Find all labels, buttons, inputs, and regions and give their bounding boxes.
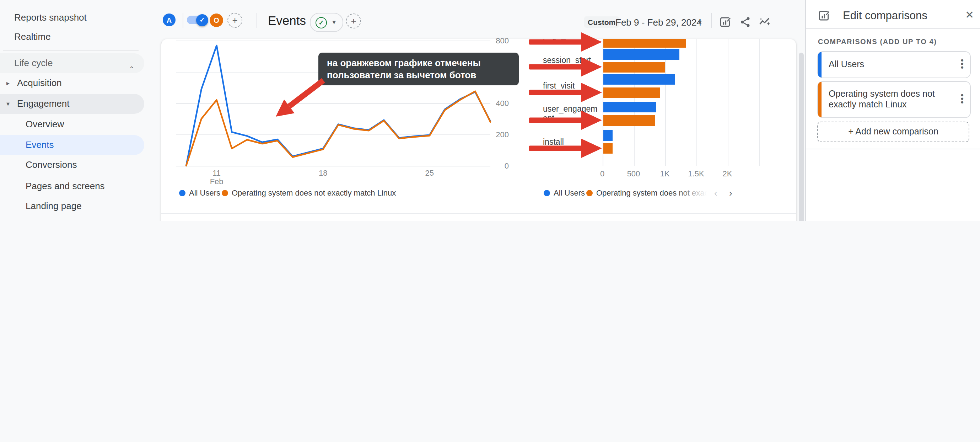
search-input[interactable]: [202, 220, 382, 221]
divider: [806, 148, 980, 149]
legend-fade: [676, 188, 712, 198]
x-axis-tick: 500: [619, 169, 648, 178]
comparison-color-stripe: [818, 82, 821, 117]
sidebar-item-label: Monetization: [17, 217, 69, 221]
panel-title: Edit comparisons: [843, 9, 928, 22]
insights-icon[interactable]: [758, 16, 771, 29]
add-chip-icon[interactable]: +: [228, 13, 242, 28]
bar-category-labels: page_viewsession_startfirst_visituser_en…: [526, 39, 600, 166]
expand-arrow-icon: ▾: [6, 94, 10, 114]
comparison-card-label: All Users: [829, 59, 946, 70]
sidebar-item-label: Acquisition: [17, 73, 62, 93]
x-axis-tick: 2K: [713, 169, 741, 178]
legend-item: All Users: [179, 188, 220, 198]
kebab-menu-icon[interactable]: •••: [961, 94, 964, 105]
edit-comparisons-panel: Edit comparisons ✕ COMPARISONS (ADD UP T…: [805, 0, 980, 221]
bar-install-all-users: [603, 130, 612, 141]
sidebar-item-label: Overview: [25, 115, 64, 134]
kebab-menu-icon[interactable]: •••: [961, 59, 964, 70]
sidebar-item-label: Engagement: [17, 94, 69, 114]
search-icon: [181, 220, 191, 221]
legend-label: All Users: [189, 188, 220, 198]
edit-chart-icon[interactable]: [719, 16, 732, 29]
sidebar-item-landing-page[interactable]: Landing page: [0, 196, 144, 216]
share-icon[interactable]: [739, 16, 752, 29]
legend-item: Operating system does not exactly match …: [222, 188, 396, 198]
x-axis-tick: 1K: [651, 169, 679, 178]
legend-dot: [544, 190, 550, 196]
sidebar-item-label: Pages and screens: [25, 176, 105, 196]
sidebar-item-label: Conversions: [25, 155, 77, 175]
legend-dot: [222, 190, 228, 196]
bar-page_view-comparison: [603, 39, 686, 48]
report-status-dropdown[interactable]: ✓ ▼: [310, 13, 343, 32]
bar-session_start-all-users: [603, 49, 679, 60]
annotation-line1: на оранжевом графике отмечены: [327, 57, 510, 69]
legend-item: All Users: [544, 188, 585, 198]
date-range-selector[interactable]: Feb 9 - Feb 29, 2024: [616, 17, 702, 28]
sidebar-item-overview[interactable]: Overview: [0, 115, 144, 134]
legend-prev-icon[interactable]: ‹: [714, 188, 718, 198]
sidebar-item-label: Realtime: [14, 27, 51, 47]
sidebar-item-conversions[interactable]: Conversions: [0, 155, 144, 175]
bar-first_visit-comparison: [603, 87, 660, 98]
divider: [806, 29, 980, 29]
category-label-page_view: page_view: [543, 39, 600, 40]
ga4-events-report: Reports snapshotRealtimeLife cycle⌃▸Acqu…: [0, 0, 980, 221]
sidebar-item-label: Life cycle: [14, 53, 52, 73]
check-circle-icon: ✓: [315, 17, 327, 29]
comparison-card-label: Operating system does not exactly match …: [829, 89, 946, 110]
divider: [256, 13, 257, 28]
sidebar-item-events[interactable]: Events: [0, 135, 144, 155]
divider: [3, 50, 138, 51]
page-title: Events: [268, 13, 306, 29]
comparison-card[interactable]: All Users•••: [817, 51, 971, 78]
add-new-comparison-button[interactable]: + Add new comparison: [817, 121, 969, 142]
chevron-down-icon[interactable]: ▼: [697, 19, 703, 26]
bar-user_engagement-comparison: [603, 115, 655, 126]
sidebar: Reports snapshotRealtimeLife cycle⌃▸Acqu…: [0, 0, 153, 221]
date-range-type-badge: Custom: [584, 16, 619, 28]
category-label-install: install: [543, 137, 600, 147]
add-report-icon[interactable]: +: [346, 13, 361, 28]
bar-session_start-comparison: [603, 62, 665, 72]
bar-install-comparison: [603, 143, 612, 154]
bar-user_engagement-all-users: [603, 102, 656, 112]
category-label-first_visit: first_visit: [543, 81, 600, 91]
sidebar-item-reports-snapshot[interactable]: Reports snapshot: [0, 8, 144, 28]
avatar[interactable]: A: [163, 13, 175, 26]
category-label-user_engagement: user_engagement: [543, 105, 600, 123]
comparison-toggle-check-icon[interactable]: ✓: [196, 14, 208, 26]
divider: [183, 13, 183, 28]
expand-arrow-icon: ▸: [6, 73, 10, 93]
sidebar-item-realtime[interactable]: Realtime: [0, 27, 144, 47]
category-label-session_start: session_start: [543, 56, 600, 65]
sidebar-item-label: Reports snapshot: [14, 8, 87, 28]
bar-first_visit-all-users: [603, 74, 675, 85]
vertical-scrollbar[interactable]: [799, 53, 804, 221]
annotation-line2: пользователи за вычетом ботов: [327, 69, 510, 81]
comparisons-section-label: COMPARISONS (ADD UP TO 4): [818, 38, 937, 46]
sidebar-item-label: Landing page: [25, 196, 82, 216]
legend-dot: [179, 190, 186, 196]
sidebar-item-engagement[interactable]: ▾Engagement: [0, 94, 144, 114]
sidebar-item-label: Events: [25, 135, 54, 155]
close-icon[interactable]: ✕: [965, 8, 974, 21]
bar-plot-area: [603, 39, 768, 166]
x-axis-tick: 1.5K: [682, 169, 710, 178]
comparison-card[interactable]: Operating system does not exactly match …: [817, 81, 971, 118]
sidebar-item-monetization[interactable]: ▸Monetization: [0, 217, 144, 221]
comparison-avatar[interactable]: O: [210, 13, 223, 27]
legend-dot: [586, 190, 593, 196]
edit-chart-icon: [818, 9, 831, 22]
expand-arrow-icon: ▸: [6, 217, 10, 221]
x-axis-month: Feb: [202, 177, 231, 186]
legend-next-icon[interactable]: ›: [729, 188, 732, 198]
sidebar-item-life-cycle[interactable]: Life cycle⌃: [0, 53, 144, 73]
legend-label: Operating system does not exactly match …: [232, 188, 396, 198]
sidebar-item-pages-and-screens[interactable]: Pages and screens: [0, 176, 144, 196]
sidebar-item-acquisition[interactable]: ▸Acquisition: [0, 73, 144, 93]
divider: [711, 13, 712, 28]
divider: [161, 213, 796, 214]
comparison-color-stripe: [818, 52, 821, 78]
